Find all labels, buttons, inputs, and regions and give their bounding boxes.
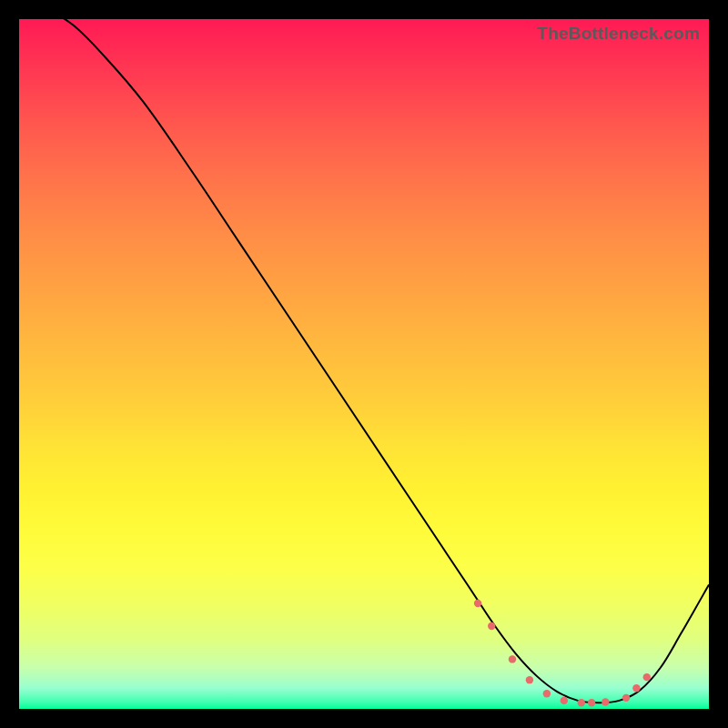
marker-dot [488, 622, 495, 630]
marker-dot [643, 673, 651, 681]
marker-dot [543, 690, 551, 697]
main-curve [54, 12, 709, 703]
marker-dot [602, 698, 609, 705]
marker-dot [588, 699, 595, 706]
marker-dot [561, 697, 568, 704]
marker-dot [526, 676, 533, 683]
marker-dot [509, 655, 516, 662]
marker-dot [632, 684, 640, 692]
marker-dot [622, 694, 630, 702]
marker-dot [578, 699, 585, 706]
chart-svg [19, 19, 709, 709]
plot-area: TheBottleneck.com [19, 19, 709, 709]
marker-group [474, 600, 651, 707]
marker-dot [474, 600, 481, 607]
